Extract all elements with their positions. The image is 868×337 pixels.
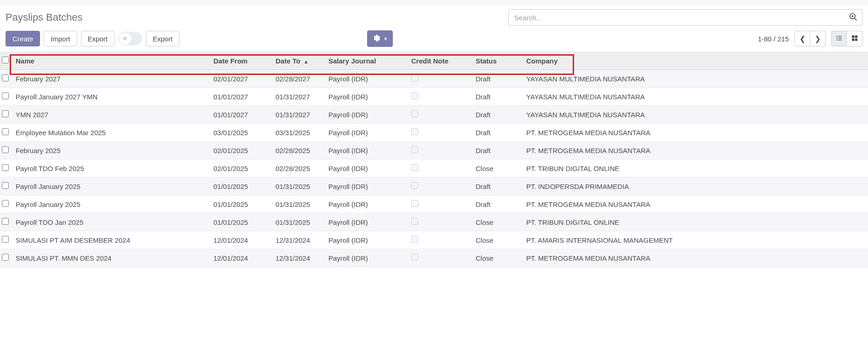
pager-prev-button[interactable]: ❮: [794, 31, 810, 46]
column-header-status[interactable]: Status: [472, 52, 523, 70]
cell-name: Employee Mutation Mar 2025: [12, 124, 210, 142]
column-header-name[interactable]: Name: [12, 52, 210, 70]
chevron-down-icon: ▼: [383, 36, 388, 41]
cell-date-from: 01/01/2025: [210, 213, 272, 231]
cell-status: Draft: [472, 177, 523, 195]
table-row[interactable]: Employee Mutation Mar 202503/01/202503/3…: [0, 124, 868, 142]
cell-date-from: 02/01/2025: [210, 142, 272, 160]
credit-note-checkbox: [411, 164, 418, 171]
kanban-view-button[interactable]: [847, 31, 862, 46]
cell-salary-journal: Payroll (IDR): [325, 124, 408, 142]
cell-name: Payroll TDO Feb 2025: [12, 160, 210, 177]
cell-status: Draft: [472, 106, 523, 124]
row-checkbox[interactable]: [2, 74, 9, 81]
cell-salary-journal: Payroll (IDR): [325, 249, 408, 267]
cell-company: PT. AMARIS INTERNASIONAL MANAGEMENT: [523, 231, 868, 249]
cell-company: PT. METROGEMA MEDIA NUSANTARA: [523, 249, 868, 267]
cell-salary-journal: Payroll (IDR): [325, 142, 408, 160]
grid-icon: [851, 34, 858, 43]
cell-salary-journal: Payroll (IDR): [325, 106, 408, 124]
column-header-company[interactable]: Company: [523, 52, 868, 70]
cell-date-from: 12/01/2024: [210, 249, 272, 267]
column-header-salary-journal[interactable]: Salary Journal: [325, 52, 408, 70]
cell-status: Close: [472, 249, 523, 267]
table-row[interactable]: Payroll January 202501/01/202501/31/2025…: [0, 177, 868, 195]
credit-note-checkbox: [411, 146, 418, 153]
search-plus-icon[interactable]: [849, 12, 858, 22]
cell-date-from: 02/01/2025: [210, 160, 272, 177]
cell-name: YMN 2027: [12, 106, 210, 124]
svg-rect-5: [838, 36, 842, 36]
cell-name: SIMULASI PT AIM DESEMBER 2024: [12, 231, 210, 249]
cell-date-to: 02/28/2025: [272, 160, 325, 177]
svg-rect-9: [838, 40, 842, 40]
cell-credit-note: [408, 249, 472, 267]
column-header-credit-note[interactable]: Credit Note: [408, 52, 472, 70]
cell-date-from: 02/01/2027: [210, 70, 272, 88]
credit-note-checkbox: [411, 110, 418, 117]
cell-company: YAYASAN MULTIMEDIA NUSANTARA: [523, 88, 868, 106]
svg-rect-8: [836, 40, 838, 40]
settings-dropdown[interactable]: ▼: [367, 30, 393, 47]
pager-next-button[interactable]: ❯: [810, 31, 826, 46]
cell-credit-note: [408, 213, 472, 231]
row-checkbox[interactable]: [2, 182, 9, 189]
table-row[interactable]: Payroll January 2027 YMN01/01/202701/31/…: [0, 88, 868, 106]
row-checkbox[interactable]: [2, 146, 9, 153]
cell-salary-journal: Payroll (IDR): [325, 70, 408, 88]
chevron-left-icon: ❮: [799, 34, 805, 43]
create-button[interactable]: Create: [6, 31, 40, 46]
cell-credit-note: [408, 88, 472, 106]
list-view-button[interactable]: [831, 31, 847, 46]
row-checkbox[interactable]: [2, 110, 9, 117]
table-row[interactable]: Payroll TDO Feb 202502/01/202502/28/2025…: [0, 160, 868, 177]
cell-name: Payroll January 2025: [12, 177, 210, 195]
cell-company: PT. METROGEMA MEDIA NUSANTARA: [523, 195, 868, 213]
cell-date-from: 12/01/2024: [210, 231, 272, 249]
column-header-date-to-label: Date To: [276, 57, 300, 65]
credit-note-checkbox: [411, 92, 418, 99]
cell-salary-journal: Payroll (IDR): [325, 195, 408, 213]
svg-rect-11: [855, 35, 857, 38]
table-row[interactable]: February 202702/01/202702/28/2027Payroll…: [0, 70, 868, 88]
cell-credit-note: [408, 70, 472, 88]
svg-rect-7: [838, 38, 842, 38]
export-button[interactable]: Export: [81, 31, 115, 46]
row-checkbox[interactable]: [2, 128, 9, 135]
row-checkbox[interactable]: [2, 218, 9, 225]
cell-credit-note: [408, 124, 472, 142]
row-checkbox[interactable]: [2, 92, 9, 99]
column-header-date-from[interactable]: Date From: [210, 52, 272, 70]
column-header-date-to[interactable]: Date To ▲: [272, 52, 325, 70]
cell-date-from: 01/01/2025: [210, 195, 272, 213]
table-row[interactable]: Payroll TDO Jan 202501/01/202501/31/2025…: [0, 213, 868, 231]
table-row[interactable]: Payroll January 202501/01/202501/31/2025…: [0, 195, 868, 213]
cell-credit-note: [408, 142, 472, 160]
credit-note-checkbox: [411, 182, 418, 189]
cell-status: Draft: [472, 195, 523, 213]
row-checkbox[interactable]: [2, 200, 9, 207]
row-checkbox[interactable]: [2, 164, 9, 171]
export-button-2[interactable]: Export: [146, 31, 179, 46]
toggle-switch[interactable]: ✕: [118, 32, 142, 46]
cell-salary-journal: Payroll (IDR): [325, 177, 408, 195]
cell-date-to: 03/31/2025: [272, 124, 325, 142]
row-checkbox[interactable]: [2, 254, 9, 261]
svg-rect-10: [852, 35, 854, 38]
row-checkbox[interactable]: [2, 236, 9, 243]
cell-date-to: 01/31/2025: [272, 213, 325, 231]
cell-date-from: 01/01/2027: [210, 106, 272, 124]
cell-company: YAYASAN MULTIMEDIA NUSANTARA: [523, 70, 868, 88]
table-row[interactable]: SIMULASI PT. MMN DES 202412/01/202412/31…: [0, 249, 868, 267]
table-row[interactable]: SIMULASI PT AIM DESEMBER 202412/01/20241…: [0, 231, 868, 249]
svg-rect-4: [836, 36, 838, 36]
table-row[interactable]: YMN 202701/01/202701/31/2027Payroll (IDR…: [0, 106, 868, 124]
search-input[interactable]: [508, 9, 862, 26]
import-button[interactable]: Import: [44, 31, 77, 46]
table-row[interactable]: February 202502/01/202502/28/2025Payroll…: [0, 142, 868, 160]
cell-status: Draft: [472, 124, 523, 142]
cell-salary-journal: Payroll (IDR): [325, 231, 408, 249]
cell-company: YAYASAN MULTIMEDIA NUSANTARA: [523, 106, 868, 124]
cell-status: Draft: [472, 70, 523, 88]
select-all-checkbox[interactable]: [2, 57, 9, 63]
